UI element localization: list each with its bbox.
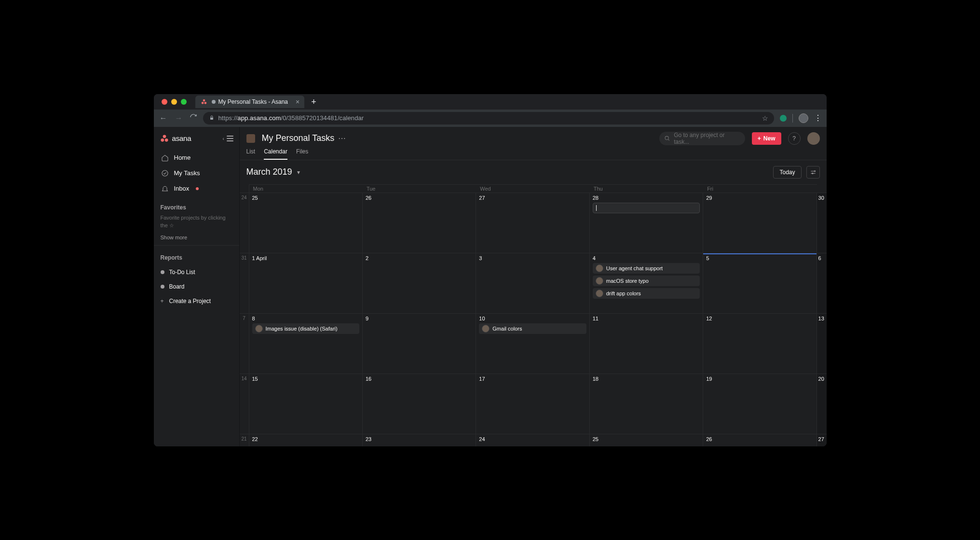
reload-button[interactable] [190, 113, 197, 123]
project-dot-icon [161, 270, 164, 274]
user-avatar[interactable] [807, 132, 820, 145]
week-gutter: 14 [240, 374, 249, 434]
calendar-day-cell[interactable]: 29 [703, 193, 817, 253]
task-title: macOS store typo [606, 278, 649, 284]
weekday-header: Tue [363, 184, 476, 193]
new-tab-button[interactable]: + [311, 97, 316, 106]
calendar-day-cell[interactable]: 26 [703, 434, 817, 446]
calendar-day-cell[interactable]: 23 [363, 434, 476, 446]
nav-my-tasks[interactable]: My Tasks [154, 166, 239, 181]
day-number: 28 [593, 195, 700, 201]
favorites-hint: Favorite projects by clicking the ☆ [161, 214, 232, 230]
calendar-day-cell[interactable]: 2 [363, 253, 476, 313]
calendar-day-cell[interactable]: 6 [817, 253, 827, 313]
show-more-link[interactable]: Show more [161, 235, 232, 240]
day-number: 23 [366, 436, 473, 442]
forward-button[interactable]: → [174, 114, 184, 123]
brand-logo[interactable]: asana [160, 134, 191, 143]
minimize-window-button[interactable] [171, 99, 177, 105]
browser-tab[interactable]: My Personal Tasks - Asana × [195, 96, 305, 108]
task-card[interactable]: Images issue (disable) (Safari) [252, 323, 359, 334]
page-actions-button[interactable]: ⋯ [338, 134, 346, 143]
page-title-wrap: My Personal Tasks ⋯ [262, 133, 346, 143]
sidebar-item-board[interactable]: Board [154, 279, 239, 294]
task-card[interactable]: Gmail colors [479, 323, 586, 334]
filter-button[interactable] [806, 166, 820, 179]
create-project-link[interactable]: + Create a Project [154, 294, 239, 308]
extension-icon[interactable] [780, 115, 787, 122]
sliders-icon [810, 169, 817, 176]
back-button[interactable]: ← [159, 114, 168, 123]
calendar-day-cell[interactable]: 11 [590, 314, 703, 374]
task-card[interactable]: User agent chat support [593, 263, 700, 274]
lock-icon [209, 114, 215, 123]
address-bar[interactable]: https://app.asana.com/0/35885720134481/c… [203, 112, 774, 125]
project-color-chip [246, 134, 255, 143]
calendar-day-cell[interactable]: 20 [817, 374, 827, 434]
help-button[interactable]: ? [788, 132, 801, 145]
calendar-day-cell[interactable]: 26 [363, 193, 476, 253]
bookmark-star-icon[interactable]: ☆ [762, 114, 768, 122]
new-button[interactable]: + New [752, 132, 781, 145]
task-card[interactable]: drift app colors [593, 288, 700, 299]
day-number: 2 [366, 255, 473, 261]
calendar-day-cell[interactable]: 5 [703, 253, 817, 313]
search-icon [664, 135, 670, 141]
close-tab-button[interactable]: × [296, 98, 299, 105]
calendar-day-cell[interactable]: 8Images issue (disable) (Safari) [249, 314, 363, 374]
day-number: 27 [479, 195, 586, 201]
month-picker-button[interactable]: ▾ [297, 169, 300, 176]
tab-calendar[interactable]: Calendar [264, 148, 287, 160]
brand-name: asana [172, 134, 191, 142]
weekday-gutter [240, 184, 249, 193]
calendar-day-cell[interactable]: 27 [817, 434, 827, 446]
chrome-profile-avatar[interactable] [799, 113, 808, 123]
calendar-day-cell[interactable]: 9 [363, 314, 476, 374]
tab-list[interactable]: List [246, 148, 256, 160]
task-card[interactable]: macOS store typo [593, 276, 700, 286]
chrome-menu-button[interactable]: ⋮ [814, 114, 822, 122]
calendar-day-cell[interactable]: 27 [476, 193, 589, 253]
calendar-day-cell[interactable]: 25 [590, 434, 703, 446]
calendar-day-cell[interactable]: 22 [249, 434, 363, 446]
calendar-day-cell[interactable]: 24 [476, 434, 589, 446]
calendar-day-cell[interactable]: 25 [249, 193, 363, 253]
main-content: My Personal Tasks ⋯ Go to any project or… [240, 127, 827, 446]
close-window-button[interactable] [162, 99, 167, 105]
reports-heading: Reports [161, 254, 232, 261]
calendar-day-cell[interactable]: 18 [590, 374, 703, 434]
day-number: 11 [593, 316, 700, 321]
weekday-header: Fri [703, 184, 817, 193]
nav-home[interactable]: Home [154, 150, 239, 166]
calendar-day-cell[interactable]: 15 [249, 374, 363, 434]
day-number: 25 [593, 436, 700, 442]
calendar-day-cell[interactable]: 4User agent chat supportmacOS store typo… [590, 253, 703, 313]
calendar-day-cell[interactable]: 19 [703, 374, 817, 434]
tab-files[interactable]: Files [296, 148, 308, 160]
day-number: 20 [818, 376, 825, 382]
day-number: 27 [818, 436, 825, 442]
calendar-day-cell[interactable]: 30 [817, 193, 827, 253]
calendar-day-cell[interactable]: 3 [476, 253, 589, 313]
assignee-avatar [596, 290, 603, 297]
calendar-day-cell[interactable]: 1 April [249, 253, 363, 313]
calendar-day-cell[interactable]: 13 [817, 314, 827, 374]
nav-my-tasks-label: My Tasks [174, 169, 200, 177]
week-gutter: 7 [240, 314, 249, 374]
new-task-input[interactable] [593, 203, 700, 213]
project-dot-icon [161, 285, 164, 289]
nav-inbox[interactable]: Inbox [154, 181, 239, 196]
maximize-window-button[interactable] [181, 99, 187, 105]
today-button[interactable]: Today [773, 166, 801, 179]
sidebar-item-todo-list[interactable]: To-Do List [154, 265, 239, 279]
sidebar-toggle-button[interactable]: ‹ [227, 136, 233, 141]
calendar-day-cell[interactable]: 12 [703, 314, 817, 374]
calendar-day-cell[interactable]: 28 [590, 193, 703, 253]
calendar-day-cell[interactable]: 17 [476, 374, 589, 434]
calendar-day-cell[interactable]: 16 [363, 374, 476, 434]
day-number: 9 [366, 316, 473, 321]
asana-favicon [200, 98, 208, 106]
bell-icon [161, 185, 169, 193]
calendar-day-cell[interactable]: 10Gmail colors [476, 314, 589, 374]
global-search-input[interactable]: Go to any project or task... [659, 132, 745, 145]
